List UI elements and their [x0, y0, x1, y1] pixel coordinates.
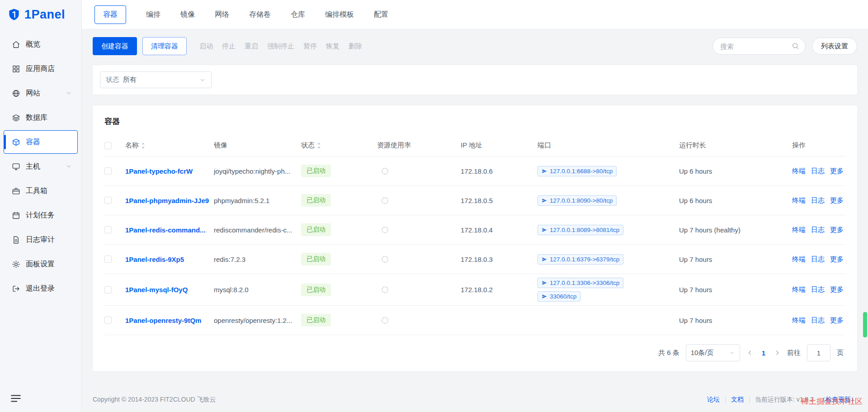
row-action-logs[interactable]: 日志 [811, 226, 825, 234]
action-resume-button[interactable]: 恢复 [326, 37, 340, 55]
clean-container-button[interactable]: 清理容器 [142, 37, 187, 55]
row-action-more[interactable]: 更多 [830, 196, 844, 205]
row-action-terminal[interactable]: 终端 [792, 255, 806, 264]
row-action-more[interactable]: 更多 [830, 167, 844, 175]
container-uptime: Up 7 hours [679, 256, 792, 263]
footer-link-forum[interactable]: 论坛 [707, 396, 720, 404]
container-name-link[interactable]: 1Panel-redis-9Xp5 [125, 256, 184, 263]
next-page-button[interactable] [774, 349, 781, 356]
sidebar-item-container[interactable]: 容器 [4, 130, 78, 154]
sidebar-item-log-audit[interactable]: 日志审计 [4, 228, 78, 251]
row-action-logs[interactable]: 日志 [811, 285, 825, 294]
sidebar-item-cronjob[interactable]: 计划任务 [4, 204, 78, 227]
search-icon[interactable] [792, 42, 799, 50]
sidebar-collapse-button[interactable] [10, 393, 22, 406]
footer-link-docs[interactable]: 文档 [731, 396, 744, 404]
row-action-more[interactable]: 更多 [830, 285, 844, 294]
action-start-button[interactable]: 启动 [199, 37, 213, 55]
tab-setting[interactable]: 配置 [374, 6, 388, 24]
action-stop-button[interactable]: 停止 [222, 37, 236, 55]
row-action-terminal[interactable]: 终端 [792, 196, 806, 205]
sidebar-item-host[interactable]: 主机 [4, 155, 78, 178]
action-pause-button[interactable]: 暂停 [303, 37, 317, 55]
sidebar-item-logout[interactable]: 退出登录 [4, 277, 78, 300]
tab-compose-template[interactable]: 编排模板 [325, 6, 354, 24]
tab-volume[interactable]: 存储卷 [249, 6, 271, 24]
current-page[interactable]: 1 [760, 349, 767, 357]
container-name-link[interactable]: 1Panel-redis-command... [125, 226, 206, 234]
status-filter-select[interactable]: 状态 所有 [100, 71, 212, 88]
row-checkbox[interactable] [104, 286, 112, 294]
port-tag[interactable]: 33060/tcp [538, 291, 580, 302]
row-checkbox[interactable] [104, 256, 112, 263]
table-row: 1Panel-openresty-9tQmopenresty/openresty… [104, 306, 845, 335]
scrollbar-thumb[interactable] [863, 312, 867, 337]
app-logo[interactable]: 1Panel [0, 0, 81, 29]
port-tag[interactable]: 127.0.0.1:3306->3306/tcp [538, 278, 623, 288]
sidebar-menu: 概览应用商店网站数据库容器主机工具箱计划任务日志审计面板设置退出登录 [0, 29, 81, 304]
logo-text: 1Panel [24, 8, 65, 22]
row-checkbox[interactable] [104, 197, 112, 204]
page-size-select[interactable]: 10条/页 [686, 344, 740, 361]
row-action-logs[interactable]: 日志 [811, 255, 825, 264]
check-update-link[interactable]: （检查更新） [819, 396, 857, 404]
port-list: 127.0.0.1:6379->6379/tcp [538, 251, 623, 268]
tab-image[interactable]: 镜像 [180, 6, 195, 24]
prev-page-button[interactable] [746, 349, 754, 356]
row-checkbox[interactable] [104, 167, 112, 175]
row-action-logs[interactable]: 日志 [811, 196, 825, 205]
column-label: 镜像 [214, 141, 227, 150]
container-name-link[interactable]: 1Panel-openresty-9tQm [125, 317, 201, 324]
action-restart-button[interactable]: 重启 [245, 37, 258, 55]
tab-compose[interactable]: 编排 [146, 6, 160, 24]
container-uptime: Up 7 hours [679, 286, 792, 294]
container-name-link[interactable]: 1Panel-typecho-fcrW [125, 167, 193, 175]
row-action-more[interactable]: 更多 [830, 226, 844, 234]
create-container-button[interactable]: 创建容器 [93, 37, 137, 55]
tab-container[interactable]: 容器 [94, 5, 126, 24]
tab-repo[interactable]: 仓库 [291, 6, 305, 24]
row-action-terminal[interactable]: 终端 [792, 167, 806, 175]
sidebar-item-panel-settings[interactable]: 面板设置 [4, 252, 78, 276]
port-tag[interactable]: 127.0.0.1:8090->80/tcp [538, 195, 617, 206]
select-all-checkbox[interactable] [104, 142, 112, 149]
column-header-operation: 操作 [792, 141, 845, 150]
sidebar-item-app-store[interactable]: 应用商店 [4, 57, 78, 81]
row-action-terminal[interactable]: 终端 [792, 226, 806, 234]
sidebar-item-website[interactable]: 网站 [4, 81, 78, 105]
row-checkbox[interactable] [104, 226, 112, 233]
row-action-terminal[interactable]: 终端 [792, 316, 806, 325]
action-delete-button[interactable]: 删除 [349, 37, 362, 55]
port-list: 127.0.0.1:3306->3306/tcp33060/tcp [538, 274, 644, 305]
row-action-more[interactable]: 更多 [830, 255, 844, 264]
container-name-link[interactable]: 1Panel-mysql-fOyQ [125, 286, 188, 294]
row-action-terminal[interactable]: 终端 [792, 285, 806, 294]
pagination-total: 共 6 条 [658, 349, 679, 357]
container-ip: 172.18.0.2 [461, 286, 538, 294]
goto-label: 前往 [787, 349, 801, 357]
tab-network[interactable]: 网络 [215, 6, 229, 24]
row-action-logs[interactable]: 日志 [811, 167, 825, 175]
sidebar-item-overview[interactable]: 概览 [4, 33, 78, 56]
sidebar-item-label: 计划任务 [26, 211, 55, 220]
column-header-name[interactable]: 名称 [125, 141, 214, 150]
port-tag[interactable]: 127.0.0.1:8089->8081/tcp [538, 225, 623, 235]
column-settings-button[interactable]: 列表设置 [812, 38, 857, 55]
container-name-link[interactable]: 1Panel-phpmyadmin-JJe9 [125, 197, 209, 204]
status-filter-label: 状态 [106, 76, 119, 84]
sort-icon[interactable] [141, 141, 146, 150]
sidebar-item-database[interactable]: 数据库 [4, 106, 78, 129]
container-ip: 172.18.0.3 [461, 256, 538, 263]
port-tag[interactable]: 127.0.0.1:6688->80/tcp [538, 166, 617, 176]
page-unit: 页 [837, 349, 844, 357]
column-header-status[interactable]: 状态 [301, 141, 377, 150]
action-force-stop-button[interactable]: 强制停止 [267, 37, 294, 55]
row-action-more[interactable]: 更多 [830, 316, 844, 325]
port-tag[interactable]: 127.0.0.1:6379->6379/tcp [538, 254, 623, 265]
row-action-logs[interactable]: 日志 [811, 316, 825, 325]
row-checkbox[interactable] [104, 317, 112, 324]
sort-icon[interactable] [316, 141, 321, 150]
sidebar-item-toolbox[interactable]: 工具箱 [4, 179, 78, 203]
goto-page-input[interactable] [807, 344, 830, 361]
table-row: 1Panel-mysql-fOyQmysql:8.2.0已启动172.18.0.… [104, 274, 845, 306]
